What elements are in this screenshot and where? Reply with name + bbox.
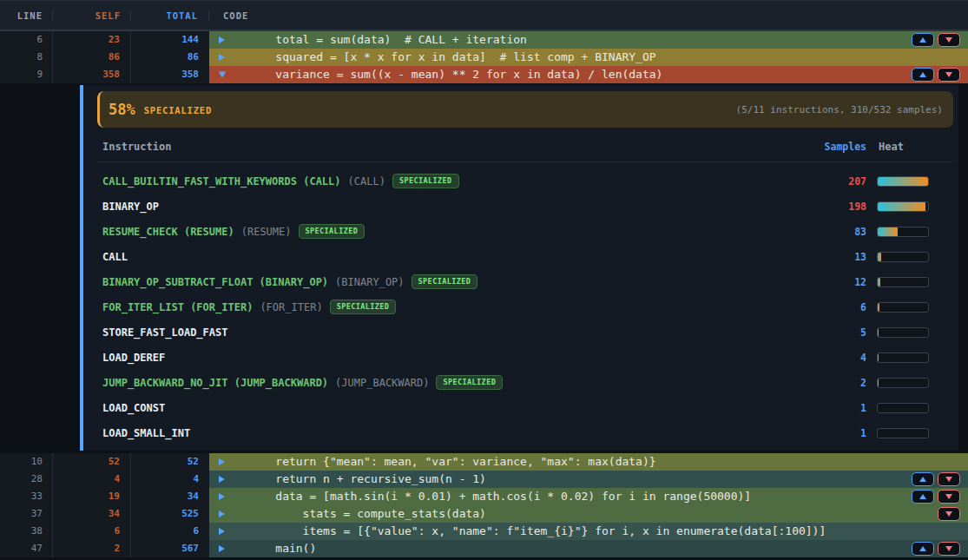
down-triangle-icon	[945, 477, 952, 482]
code-text: data = [math.sin(i * 0.01) + math.cos(i …	[248, 488, 968, 505]
jump-up-button[interactable]	[912, 472, 934, 486]
code-cell[interactable]: items = [{"value": x, "name": f"item_{i}…	[209, 523, 968, 540]
instruction-heat	[877, 352, 929, 363]
code-cell[interactable]: data = [math.sin(i * 0.01) + math.cos(i …	[209, 488, 968, 505]
heat-bar-fill	[878, 227, 898, 236]
code-cell[interactable]: squared = [x * x for x in data] # list c…	[209, 49, 968, 66]
code-cell[interactable]: return {"mean": mean, "var": variance, "…	[209, 453, 968, 471]
instruction-row: RESUME_CHECK (RESUME) (RESUME) SPECIALIZ…	[97, 219, 953, 244]
code-row: 6 23 144 total = sum(data) # CALL + iter…	[0, 31, 968, 49]
instruction-name-cell: LOAD_SMALL_INT	[102, 427, 814, 439]
specialized-badge: SPECIALIZED	[412, 274, 478, 289]
nav-buttons	[912, 472, 960, 486]
self-samples-cell: 358	[53, 66, 131, 83]
jump-down-button[interactable]	[938, 507, 960, 521]
heat-bar-track	[877, 327, 929, 338]
instruction-heat	[877, 176, 929, 187]
column-header-samples: Samples	[814, 141, 866, 153]
total-samples-cell: 86	[131, 49, 209, 66]
instruction-name: STORE_FAST_LOAD_FAST	[102, 326, 228, 339]
expand-caret-icon[interactable]	[219, 493, 225, 500]
heat-bar-fill	[878, 202, 925, 211]
line-number-cell: 9	[0, 66, 53, 83]
expand-caret-icon[interactable]	[219, 476, 225, 483]
instruction-base-opcode: (JUMP_BACKWARD)	[335, 377, 429, 389]
self-samples-cell: 4	[53, 471, 131, 488]
instruction-name-cell: CALL	[102, 251, 814, 263]
heat-bar-track	[877, 302, 929, 313]
specialized-label: SPECIALIZED	[144, 105, 212, 115]
up-triangle-icon	[919, 477, 926, 482]
up-triangle-icon	[919, 37, 926, 43]
instruction-table: Instruction Samples Heat CALL_BUILTIN_FA…	[97, 135, 953, 445]
instruction-name: JUMP_BACKWARD_NO_JIT (JUMP_BACKWARD)	[102, 377, 328, 389]
self-samples-cell: 23	[53, 31, 131, 49]
jump-down-button[interactable]	[938, 68, 960, 82]
instruction-samples: 12	[814, 276, 866, 288]
expand-caret-icon[interactable]	[219, 528, 225, 535]
jump-up-button[interactable]	[912, 33, 934, 47]
heat-bar-track	[877, 201, 929, 212]
nav-buttons	[912, 490, 960, 504]
specialization-summary: 58% SPECIALIZED (5/11 instructions, 310/…	[97, 91, 953, 128]
code-cell[interactable]: variance = sum((x - mean) ** 2 for x in …	[209, 66, 968, 83]
jump-down-button[interactable]	[938, 542, 960, 556]
total-samples-cell: 34	[131, 488, 209, 505]
instruction-table-header: Instruction Samples Heat	[97, 135, 953, 162]
jump-up-button[interactable]	[912, 542, 934, 556]
total-samples-cell: 358	[131, 66, 209, 83]
self-samples-cell: 52	[53, 453, 131, 471]
instruction-samples: 4	[814, 352, 866, 364]
instruction-heat	[877, 227, 929, 237]
instruction-samples: 83	[814, 226, 866, 238]
collapse-caret-icon[interactable]	[219, 72, 226, 78]
instruction-heat	[877, 403, 929, 413]
code-cell[interactable]: return n + recursive_sum(n - 1)	[209, 471, 968, 488]
instruction-row: STORE_FAST_LOAD_FAST 5	[97, 320, 953, 345]
instruction-base-opcode: (CALL)	[348, 175, 385, 188]
down-triangle-icon	[945, 511, 952, 517]
code-cell[interactable]: stats = compute_stats(data)	[209, 505, 968, 523]
instruction-samples: 1	[814, 427, 866, 439]
instruction-heat	[877, 201, 929, 212]
jump-up-button[interactable]	[912, 490, 934, 504]
instruction-row: BINARY_OP 198	[97, 194, 953, 219]
table-header: LINE SELF TOTAL CODE	[0, 0, 968, 31]
expand-caret-icon[interactable]	[219, 545, 225, 552]
line-number-cell: 8	[0, 49, 53, 66]
heat-bar-track	[877, 252, 929, 262]
heat-bar-fill	[878, 328, 879, 337]
jump-down-button[interactable]	[938, 490, 960, 504]
self-samples-cell: 6	[53, 523, 131, 540]
code-cell[interactable]: total = sum(data) # CALL + iteration	[209, 31, 968, 49]
column-header-line: LINE	[0, 10, 53, 21]
instruction-name: BINARY_OP	[102, 201, 159, 213]
instruction-samples: 6	[814, 301, 866, 313]
specialized-badge: SPECIALIZED	[299, 224, 365, 239]
instruction-samples: 5	[814, 326, 866, 339]
expand-caret-icon[interactable]	[219, 36, 225, 43]
self-samples-cell: 34	[53, 505, 131, 523]
specialized-badge: SPECIALIZED	[392, 174, 459, 188]
instruction-samples: 207	[814, 175, 866, 188]
expand-caret-icon[interactable]	[219, 511, 225, 517]
nav-buttons	[912, 33, 960, 47]
expand-caret-icon[interactable]	[219, 458, 225, 465]
jump-up-button[interactable]	[912, 68, 934, 82]
code-text: return {"mean": mean, "var": variance, "…	[248, 453, 968, 471]
jump-down-button[interactable]	[938, 472, 960, 486]
code-row: 28 4 4 return n + recursive_sum(n - 1)	[0, 471, 968, 488]
expand-caret-icon[interactable]	[219, 54, 225, 61]
specialized-percent: 58%	[109, 101, 135, 118]
specialized-badge: SPECIALIZED	[330, 300, 397, 314]
self-samples-cell: 86	[53, 49, 131, 66]
instruction-name-cell: LOAD_DEREF	[102, 352, 814, 364]
instruction-heat	[877, 252, 929, 262]
heat-bar-fill	[878, 379, 879, 387]
self-samples-cell: 19	[53, 488, 131, 505]
jump-down-button[interactable]	[938, 33, 960, 47]
code-cell[interactable]: main()	[209, 540, 968, 557]
detail-panel: 58% SPECIALIZED (5/11 instructions, 310/…	[0, 83, 968, 453]
nav-buttons	[938, 507, 960, 521]
instruction-name: LOAD_DEREF	[102, 352, 165, 364]
